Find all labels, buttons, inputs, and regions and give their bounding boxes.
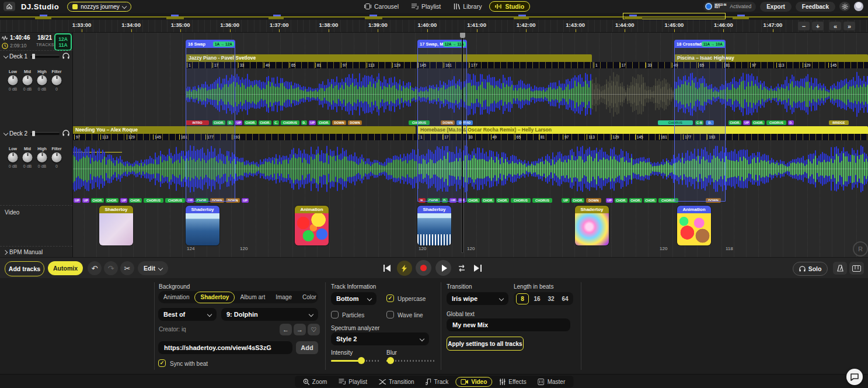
apply-settings-button[interactable]: Apply settings to all tracks	[447, 337, 524, 351]
playhead-handle[interactable]	[460, 32, 465, 38]
chat-button[interactable]	[846, 369, 863, 385]
knob-high-deck1[interactable]	[37, 75, 47, 85]
nav-carousel[interactable]: Carousel	[359, 2, 404, 11]
next-shader-button[interactable]: →	[294, 324, 306, 335]
slider-thumb[interactable]	[358, 357, 365, 364]
add-shader-button[interactable]: Add	[296, 341, 318, 354]
keyboard-button[interactable]	[849, 262, 864, 275]
beats-option-64[interactable]: 64	[559, 294, 571, 304]
track-title-deck1[interactable]: Jazzy Piano - Pavel Svetlove	[186, 54, 592, 62]
knob-mid-deck2[interactable]	[23, 153, 33, 162]
undo-button[interactable]: ↶	[88, 261, 102, 275]
bg-tab-color[interactable]: Color	[297, 292, 322, 303]
slider-thumb[interactable]	[32, 54, 35, 59]
solo-button[interactable]: Solo	[793, 262, 828, 276]
video-clip-shadertoy[interactable]: Shadertoy	[575, 206, 609, 245]
beats-option-32[interactable]: 32	[545, 294, 557, 304]
beats-option-8[interactable]: 8	[516, 293, 529, 304]
sync-with-beat-checkbox[interactable]: ✓	[158, 359, 166, 367]
record-button[interactable]	[416, 260, 431, 276]
redo-button[interactable]: ↷	[104, 261, 118, 275]
video-clip-shadertoy[interactable]: Shadertoy	[99, 206, 133, 245]
knob-low-deck1[interactable]	[8, 75, 18, 85]
avatar[interactable]	[854, 2, 863, 11]
timeline-canvas[interactable]: Jazzy Piano - Pavel Svetlove117334965819…	[72, 32, 868, 257]
project-selector[interactable]: nozzys journey	[67, 2, 131, 12]
view-tab-transition[interactable]: Transition	[374, 377, 419, 386]
video-clip-animation[interactable]: Animation	[677, 206, 711, 245]
shader-preset-dropdown[interactable]: Best of	[158, 308, 217, 321]
text-position-dropdown[interactable]: Bottom	[331, 292, 377, 305]
deck-header-1[interactable]: Deck 1	[0, 51, 72, 61]
bg-tab-shadertoy[interactable]: Shadertoy	[194, 292, 235, 303]
prev-shader-button[interactable]: ←	[280, 324, 292, 335]
bg-tab-animation[interactable]: Animation	[158, 292, 194, 303]
view-tab-track[interactable]: Track	[421, 377, 454, 386]
playhead-line[interactable]	[462, 32, 463, 252]
skip-forward-button[interactable]: »	[843, 22, 855, 30]
skip-back-button[interactable]: «	[829, 22, 841, 30]
video-clip-animation[interactable]: Animation	[295, 206, 329, 245]
deck-header-2[interactable]: Deck 2	[0, 129, 72, 138]
skip-to-start-button[interactable]	[382, 264, 392, 273]
transition-type-dropdown[interactable]: Iris wipe	[447, 292, 508, 305]
transition-block[interactable]: 16 Swap1A → 12A	[186, 40, 235, 202]
nav-playlist[interactable]: Playlist	[406, 2, 446, 11]
nav-studio[interactable]: Studio	[489, 1, 530, 12]
edit-menu-button[interactable]: Edit	[138, 261, 168, 275]
play-button[interactable]	[435, 260, 451, 276]
video-clip-shadertoy[interactable]: Shadertoy	[186, 206, 219, 245]
deck-volume-slider[interactable]	[30, 53, 60, 59]
transition-block[interactable]: 17 Swap, Manual12A → 11A	[417, 40, 467, 202]
bg-tab-image[interactable]: Image	[270, 292, 297, 303]
slider-thumb[interactable]	[32, 131, 35, 136]
add-tracks-button[interactable]: Add tracks	[5, 261, 44, 276]
video-clip-shadertoy[interactable]: Shadertoy	[417, 206, 451, 245]
particles-checkbox[interactable]	[331, 311, 339, 318]
favorite-button[interactable]: ♡	[308, 324, 320, 335]
spectrum-style-dropdown[interactable]: Style 2	[331, 332, 429, 345]
knob-filter-deck1[interactable]	[52, 75, 62, 85]
settings-button[interactable]	[839, 2, 850, 11]
view-tab-master[interactable]: Master	[534, 377, 570, 386]
deck-volume-slider[interactable]	[30, 130, 60, 136]
metronome-button[interactable]	[833, 262, 847, 275]
intensity-slider[interactable]	[331, 360, 380, 362]
bg-tab-album-art[interactable]: Album art	[235, 292, 270, 303]
zoom-in-button[interactable]: +	[812, 22, 824, 30]
track-title-deck2[interactable]: Needing You – Alex Roque	[72, 126, 416, 134]
view-tab-video[interactable]: Video	[455, 377, 492, 387]
shader-url-input[interactable]	[158, 341, 292, 354]
beats-option-16[interactable]: 16	[531, 294, 543, 304]
uppercase-checkbox[interactable]: ✓	[386, 295, 394, 302]
slider-thumb[interactable]	[387, 357, 394, 364]
export-button[interactable]: Export	[760, 2, 792, 12]
nav-library[interactable]: Library	[448, 2, 487, 11]
track-title-deck2[interactable]: Homebase (Ma.to & Oscar Rocha Remix) – H…	[417, 126, 868, 134]
loop-button[interactable]	[456, 263, 467, 273]
cut-button[interactable]: ✂	[120, 261, 134, 275]
bpm-manual-toggle[interactable]: BPM Manual	[4, 249, 43, 255]
knob-mid-deck1[interactable]	[23, 75, 33, 85]
feedback-button[interactable]: Feedback	[796, 2, 835, 12]
wave-line-checkbox[interactable]	[386, 311, 394, 318]
blur-slider[interactable]	[386, 360, 435, 362]
zoom-out-button[interactable]: −	[798, 22, 810, 30]
transition-block[interactable]: 18 Crossfade11A → 10A	[674, 40, 726, 202]
view-tab-effects[interactable]: Effects	[494, 377, 531, 386]
knob-low-deck2[interactable]	[8, 153, 18, 162]
knob-high-deck2[interactable]	[37, 153, 47, 162]
minimap-cue-marker	[629, 15, 637, 16]
skip-to-end-button[interactable]	[473, 264, 482, 273]
view-tab-playlist[interactable]: Playlist	[334, 377, 372, 386]
headphones-icon[interactable]	[62, 53, 69, 59]
automix-jump-button[interactable]	[397, 261, 412, 276]
timeline-minimap[interactable]	[0, 13, 868, 20]
knob-filter-deck2[interactable]	[52, 153, 62, 162]
headphones-icon[interactable]	[62, 130, 69, 136]
automix-button[interactable]: Automix	[48, 261, 83, 275]
home-button[interactable]	[4, 2, 15, 11]
global-text-input[interactable]: My new Mix	[447, 318, 570, 331]
view-tab-zoom[interactable]: Zoom	[298, 377, 332, 386]
shader-dropdown[interactable]: 9: Dolphin	[221, 308, 318, 321]
